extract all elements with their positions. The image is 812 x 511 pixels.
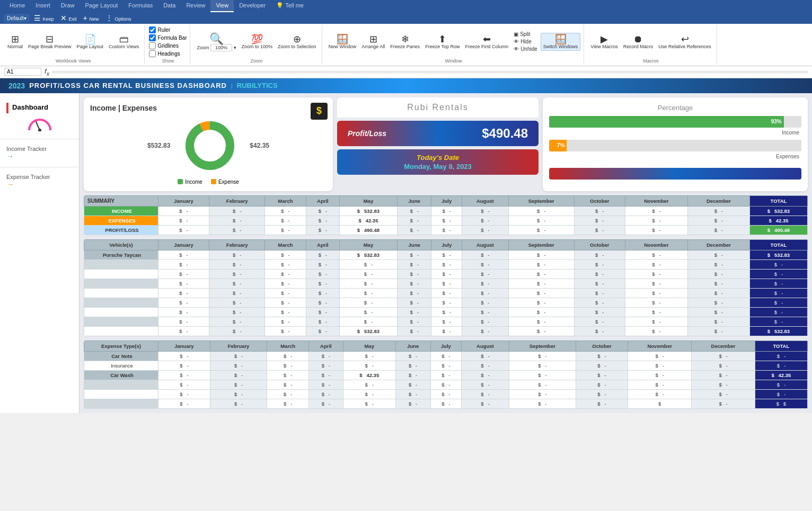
e-col-feb: February [210, 340, 267, 351]
table-cell: $ - [574, 225, 625, 235]
tab-insert[interactable]: Insert [30, 0, 56, 12]
zoom-group: 🔍 Zoom 100% ▾ 💯 Zoom to 100% ⊕ Zoom to S… [191, 25, 322, 65]
v-col-may: May [340, 239, 398, 250]
arrange-all-button[interactable]: ⊞ Arrange All [359, 33, 387, 50]
new-window-button[interactable]: 🪟 New Window [326, 33, 359, 50]
table-cell-total: $ - [750, 307, 808, 317]
sidebar-item-income-tracker[interactable]: Income Tracker → [0, 141, 79, 165]
v-col-mar: March [265, 239, 306, 250]
row-label: Car Note [84, 351, 158, 361]
table-cell: $ - [462, 269, 508, 279]
table-cell: $ - [158, 370, 210, 380]
table-cell: $ - [209, 216, 265, 225]
tab-developer[interactable]: Developer [234, 0, 271, 12]
ribbon-tabs: Home Insert Draw Page Layout Formulas Da… [0, 0, 812, 12]
ruler-checkbox[interactable]: Ruler [149, 26, 170, 33]
table-cell: $ - [397, 269, 431, 279]
expense-pct-bar: 7% [549, 140, 801, 151]
v-col-dec: December [687, 239, 749, 250]
table-cell: $ - [397, 288, 431, 298]
zoom-button[interactable]: 🔍 Zoom 100% ▾ [195, 32, 238, 51]
svg-point-5 [195, 131, 225, 160]
tab-page-layout[interactable]: Page Layout [80, 0, 123, 12]
table-row: $ -$ -$ -$ -$ -$ -$ -$ -$ -$ -$ -$ - $ - [84, 288, 808, 298]
table-row: $ -$ -$ -$ -$ 532.83$ -$ -$ -$ -$ -$ -$ … [84, 326, 808, 336]
freeze-top-row-button[interactable]: ⬆ Freeze Top Row [423, 33, 462, 50]
table-cell: $ - [576, 380, 628, 389]
table-cell: $ - [431, 317, 462, 326]
view-macros-button[interactable]: ▶ View Macros [588, 33, 620, 50]
split-button[interactable]: ▣ Split [511, 31, 540, 38]
table-cell: $ - [158, 216, 209, 225]
table-cell: $ - [209, 250, 265, 259]
col-may: May [340, 195, 398, 206]
gridlines-checkbox[interactable]: Gridlines [149, 42, 178, 49]
macros-group: ▶ View Macros ⏺ Record Macro ↩ Use Relat… [585, 25, 717, 65]
dashboard-label: Dashboard [12, 103, 48, 111]
col-dec: December [687, 195, 749, 206]
table-cell: $ - [309, 389, 343, 399]
use-relative-button[interactable]: ↩ Use Relative References [656, 33, 713, 50]
keep-button[interactable]: ☰ Keep [32, 13, 56, 23]
normal-view-button[interactable]: ⊞ Normal [5, 33, 25, 50]
table-cell: $ - [462, 351, 509, 361]
sidebar-item-dashboard[interactable]: Dashboard [0, 98, 79, 137]
row-label [84, 259, 158, 269]
table-cell: $ - [509, 389, 576, 399]
summary-table-section: SUMMARY January February March April May… [84, 195, 808, 235]
table-cell: $ - [509, 351, 576, 361]
table-cell: $ - [306, 250, 339, 259]
table-cell: $ - [158, 326, 209, 336]
zoom-100-button[interactable]: 💯 Zoom to 100% [240, 33, 275, 50]
table-cell: $ - [209, 298, 265, 307]
row-label [84, 288, 158, 298]
table-row: Car Note $ -$ -$ -$ -$ -$ -$ -$ -$ -$ -$… [84, 351, 808, 361]
headings-checkbox[interactable]: Headings [149, 50, 180, 57]
zoom-selection-button[interactable]: ⊕ Zoom to Selection [276, 33, 319, 50]
options-button[interactable]: ⋮ Options [104, 13, 133, 23]
table-cell-total: $ 532.83 [750, 326, 808, 336]
unhide-button[interactable]: 👁 Unhide [511, 46, 540, 52]
table-cell: $ - [431, 225, 462, 235]
table-cell: $ - [574, 326, 625, 336]
e-col-oct: October [576, 340, 628, 351]
tab-tell-me[interactable]: 💡 Tell me [271, 0, 309, 12]
table-cell: $ - [306, 307, 339, 317]
page-layout-button[interactable]: 📄 Page Layout [75, 33, 106, 50]
tab-home[interactable]: Home [4, 0, 30, 12]
formula-input[interactable] [52, 71, 808, 73]
record-macro-button[interactable]: ⏺ Record Macro [621, 33, 656, 50]
table-cell: $ - [431, 216, 462, 225]
tab-draw[interactable]: Draw [56, 0, 80, 12]
freeze-first-col-button[interactable]: ⬅ Freeze First Column [463, 33, 511, 50]
tab-review[interactable]: Review [181, 0, 210, 12]
table-cell: $ - [158, 298, 209, 307]
formula-bar-checkbox[interactable]: Formula Bar [149, 34, 187, 41]
table-cell: $ 490.48 [340, 225, 398, 235]
table-cell: $ - [508, 259, 574, 269]
style-dropdown[interactable]: Default ▾ [4, 14, 29, 22]
table-cell: $ - [431, 259, 462, 269]
table-row: Insurance $ -$ -$ -$ -$ -$ -$ -$ -$ -$ -… [84, 361, 808, 370]
hide-button[interactable]: 👁 Hide [511, 38, 540, 45]
table-cell: $ - [158, 399, 210, 408]
table-cell: $ - [265, 269, 306, 279]
row-label: INCOME [84, 206, 158, 216]
tab-formulas[interactable]: Formulas [123, 0, 158, 12]
tab-view[interactable]: View [210, 0, 234, 12]
switch-windows-button[interactable]: 🪟 Switch Windows [541, 33, 581, 51]
exit-button[interactable]: ✕ Exit [59, 13, 78, 23]
table-cell: $ - [625, 250, 687, 259]
table-cell: $ - [574, 269, 625, 279]
tab-data[interactable]: Data [158, 0, 181, 12]
sidebar-item-expense-tracker[interactable]: Expense Tracker → [0, 169, 79, 193]
new-button[interactable]: + New [82, 13, 101, 23]
table-cell: $ - [628, 389, 691, 399]
freeze-panes-button[interactable]: ❄ Freeze Panes [388, 33, 422, 50]
name-box[interactable] [4, 68, 41, 76]
page-break-button[interactable]: ⊟ Page Break Preview [26, 33, 74, 50]
table-cell: $ - [462, 307, 508, 317]
show-group: Ruler Formula Bar Gridlines Headings Sho… [146, 25, 190, 65]
custom-views-button[interactable]: 🗃 Custom Views [107, 33, 141, 50]
table-cell: $ - [692, 380, 755, 389]
